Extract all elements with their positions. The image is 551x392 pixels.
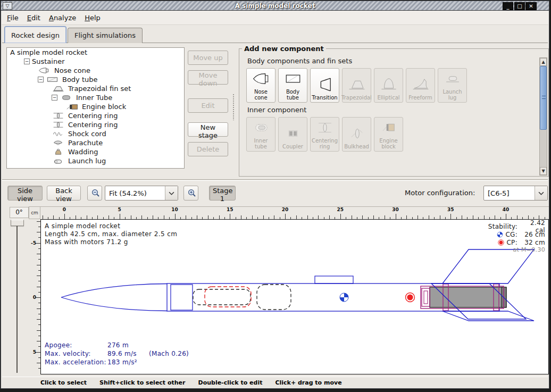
tree-item-centering-ring[interactable]: Centering ring — [7, 111, 184, 120]
scrollbar-thumb[interactable] — [540, 66, 547, 130]
component-tree[interactable]: A simple model rocket−SustainerNose cone… — [6, 47, 185, 169]
zoom-out-button[interactable] — [87, 186, 102, 201]
tree-item-centering-ring[interactable]: Centering ring — [7, 120, 184, 129]
bodytube-icon — [282, 70, 304, 88]
cp-value: 32 cm — [520, 239, 545, 246]
tree-item-inner-tube[interactable]: −Inner Tube — [7, 93, 184, 102]
chevron-down-icon[interactable] — [535, 186, 547, 200]
add-transition-button[interactable]: Transition — [310, 68, 339, 103]
rotation-slider-handle[interactable] — [11, 220, 24, 226]
tree-item-parachute[interactable]: Parachute — [7, 138, 184, 147]
add-nose-cone-button[interactable]: Nose cone — [246, 68, 276, 103]
ruler-label: 40 — [503, 207, 510, 212]
ruler-tick — [318, 215, 319, 219]
tree-item-label: Launch lug — [68, 157, 106, 165]
add-trapezoidal-button[interactable]: Trapezoidal — [342, 68, 371, 103]
tree-item-sustainer[interactable]: −Sustainer — [7, 57, 184, 66]
tree-item-wadding[interactable]: Wadding — [7, 147, 184, 156]
motor-configuration-combo[interactable]: [C6-5] — [483, 186, 548, 201]
minimize-button[interactable]: _ — [503, 2, 513, 10]
flight-stat-flabel: Apogee: — [45, 341, 107, 349]
engine-block-inner — [424, 291, 428, 304]
tree-item-nose-cone[interactable]: Nose cone — [7, 66, 184, 75]
tree-item-a-simple-model-rocket[interactable]: A simple model rocket — [7, 48, 184, 57]
zoom-in-button[interactable] — [183, 186, 198, 201]
coupler-icon — [282, 124, 304, 143]
menu-analyze[interactable]: Analyze — [49, 14, 76, 22]
tab-flight-simulations[interactable]: Flight simulations — [68, 28, 143, 43]
side-view-button[interactable]: Side view — [7, 186, 43, 201]
delete-button[interactable]: Delete — [188, 142, 228, 156]
launch-lug-outline[interactable] — [315, 276, 353, 283]
ruler-tick — [396, 214, 396, 219]
engineblock-icon — [65, 103, 79, 111]
add-coupler-button[interactable]: Coupler — [278, 117, 307, 152]
tree-item-body-tube[interactable]: −Body tube — [7, 75, 184, 84]
scroll-down-icon[interactable]: ▼ — [540, 167, 547, 175]
add-centering-ring-button[interactable]: Centering ring — [310, 117, 339, 152]
maximize-button[interactable]: □ — [514, 2, 525, 10]
freeform-icon — [410, 76, 432, 94]
centeringring-icon — [52, 121, 65, 129]
cp-legend-icon — [498, 239, 504, 246]
tree-expander-icon[interactable]: − — [38, 77, 44, 82]
chevron-down-icon[interactable] — [165, 186, 178, 200]
ruler-label: 0 — [63, 207, 66, 212]
rocket-canvas[interactable]: A simple model rocket Length 42.5 cm, ma… — [40, 219, 549, 374]
shock-cord-outline[interactable] — [193, 289, 251, 305]
ruler-tick — [53, 215, 54, 219]
rotation-slider-track[interactable] — [16, 223, 18, 373]
move-up-button[interactable]: Move up — [188, 51, 228, 65]
ruler-tick — [37, 308, 40, 309]
motor-configuration-value: [C6-5] — [484, 189, 535, 197]
zoom-level-combo[interactable]: Fit (54.2%) — [105, 186, 178, 201]
ruler-tick — [175, 214, 176, 219]
tree-expander-icon[interactable]: − — [52, 95, 57, 101]
motor-body[interactable] — [430, 287, 506, 307]
shockcord-icon — [52, 130, 65, 138]
ruler-tick — [43, 215, 43, 219]
move-down-button[interactable]: Move down — [188, 70, 228, 85]
component-scrollbar[interactable]: ▲ ▼ — [539, 57, 547, 176]
add-freeform-button[interactable]: Freeform — [406, 68, 435, 103]
new-stage-button[interactable]: New stage — [188, 122, 228, 137]
wadding-outline[interactable] — [257, 285, 291, 310]
add-inner-tube-button[interactable]: Inner tube — [246, 117, 276, 152]
rocket-design-panel: A simple model rocket−SustainerNose cone… — [2, 43, 548, 179]
menu-edit[interactable]: Edit — [27, 14, 40, 22]
tree-expander-icon[interactable]: − — [24, 59, 30, 64]
parachute-outline[interactable] — [205, 287, 251, 307]
tree-item-label: Wadding — [68, 148, 98, 156]
scroll-up-icon[interactable]: ▲ — [540, 58, 547, 66]
close-button[interactable]: ✕ — [525, 2, 537, 10]
tree-item-trapezoidal-fin-set[interactable]: Trapezoidal fin set — [7, 84, 184, 93]
menu-file[interactable]: File — [7, 14, 19, 22]
back-view-button[interactable]: Back view — [47, 186, 81, 201]
tree-item-launch-lug[interactable]: Launch lug — [7, 156, 184, 165]
ruler-tick — [164, 215, 164, 219]
tree-item-engine-block[interactable]: Engine block — [7, 102, 184, 111]
cp-label: CP: — [506, 239, 517, 246]
add-launch-lug-button[interactable]: Launch lug — [438, 68, 467, 103]
add-body-tube-button[interactable]: Body tube — [278, 68, 307, 103]
add-bulkhead-button[interactable]: Bulkhead — [342, 117, 371, 152]
flight-stat-row: Max. velocity:89.6 m/s(Mach 0.26) — [45, 349, 189, 358]
ruler-tick — [252, 215, 253, 219]
tab-rocket-design[interactable]: Rocket design — [4, 26, 66, 43]
stage-toggle-button[interactable]: Stage 1 — [209, 186, 236, 201]
titlebar[interactable]: ▽ A simple model rocket _ □ ✕ — [1, 1, 549, 11]
nose-shoulder-outline[interactable] — [171, 285, 193, 310]
ruler-tick — [186, 215, 186, 219]
fin-top-outline[interactable] — [443, 249, 534, 283]
tree-item-label: Sustainer — [32, 57, 65, 65]
nose-cone-outline[interactable] — [61, 284, 167, 311]
menu-help[interactable]: Help — [85, 14, 101, 22]
component-label: Elliptical — [377, 95, 399, 101]
splitter-handle[interactable] — [232, 94, 235, 120]
ruler-tick — [37, 330, 40, 331]
ruler-tick — [37, 341, 40, 341]
edit-button[interactable]: Edit — [188, 98, 228, 113]
add-engine-block-button[interactable]: Engine block — [374, 117, 403, 152]
add-elliptical-button[interactable]: Elliptical — [374, 68, 403, 103]
tree-item-shock-cord[interactable]: Shock cord — [7, 129, 184, 138]
